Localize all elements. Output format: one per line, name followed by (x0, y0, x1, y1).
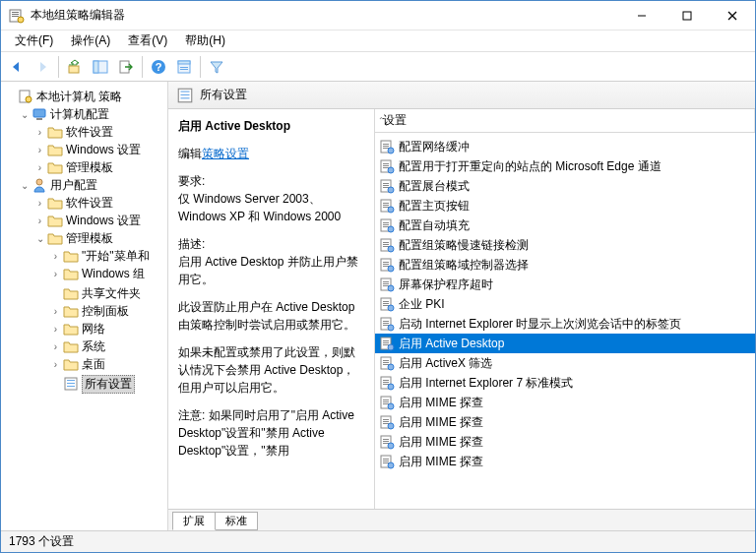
policy-item-icon (379, 178, 395, 194)
tree-desktop[interactable]: ›桌面 (1, 355, 167, 373)
list-row[interactable]: 配置展台模式 (375, 176, 755, 196)
svg-rect-115 (383, 462, 389, 463)
tree-system[interactable]: ›系统 (1, 338, 167, 355)
tree-user-windows[interactable]: ›Windows 设置 (1, 212, 167, 229)
tree-control-panel[interactable]: ›控制面板 (1, 302, 167, 320)
edit-policy-link[interactable]: 策略设置 (202, 147, 249, 160)
svg-rect-100 (383, 403, 389, 404)
tree-user-config[interactable]: ⌄用户配置 (1, 176, 167, 194)
tree-label: 共享文件夹 (82, 285, 141, 302)
policy-item-icon (379, 336, 395, 351)
chevron-down-icon[interactable]: ⌄ (32, 233, 47, 244)
tree-label: 软件设置 (66, 195, 113, 212)
folder-icon (63, 285, 79, 301)
chevron-right-icon[interactable]: › (48, 324, 63, 335)
menu-help[interactable]: 帮助(H) (181, 31, 229, 51)
list-row[interactable]: 配置网络缓冲 (375, 137, 755, 156)
tree-comp-software[interactable]: ›软件设置 (1, 123, 167, 141)
chevron-right-icon[interactable]: › (48, 359, 63, 370)
forward-button[interactable] (31, 55, 54, 79)
chevron-right-icon[interactable]: › (48, 251, 63, 262)
description-text-2: 此设置防止用户在 Active Desktop 由策略控制时尝试启用或禁用它。 (178, 298, 364, 334)
minimize-button[interactable] (619, 1, 664, 30)
list-row[interactable]: 启用 ActiveX 筛选 (375, 353, 755, 373)
svg-rect-39 (383, 165, 389, 166)
tab-standard[interactable]: 标准 (215, 512, 258, 530)
tree-label: 计算机配置 (50, 106, 109, 123)
list-row[interactable]: 启动 Internet Explorer 时显示上次浏览会话中的标签页 (375, 314, 755, 334)
svg-point-23 (36, 179, 42, 185)
tree-label: 系统 (82, 338, 105, 355)
svg-rect-44 (383, 185, 389, 186)
tree-shared-folders[interactable]: 共享文件夹 (1, 284, 167, 302)
chevron-down-icon[interactable]: ⌄ (17, 109, 32, 120)
chevron-right-icon[interactable]: › (48, 306, 63, 317)
list-header[interactable]: 设置 ⌃ (375, 109, 755, 133)
tree-user-admin[interactable]: ⌄管理模板 (1, 229, 167, 247)
help-button[interactable]: ? (147, 55, 170, 79)
export-button[interactable] (114, 55, 138, 79)
chevron-right-icon[interactable]: › (32, 215, 47, 226)
tree-computer-config[interactable]: ⌄计算机配置 (1, 105, 167, 123)
svg-rect-74 (383, 303, 389, 304)
properties-button[interactable] (172, 55, 196, 79)
list-row-label: 启用 MIME 探查 (399, 414, 483, 431)
svg-rect-9 (69, 66, 79, 73)
list-row[interactable]: 配置组策略慢速链接检测 (375, 235, 755, 255)
svg-rect-34 (383, 146, 389, 147)
chevron-right-icon[interactable]: › (32, 198, 47, 209)
svg-rect-83 (383, 340, 389, 341)
list-row[interactable]: 启用 Active Desktop (375, 334, 755, 353)
tab-extended[interactable]: 扩展 (172, 512, 216, 530)
list-row-label: 启用 MIME 探查 (399, 434, 483, 451)
list-row-label: 启用 MIME 探查 (399, 395, 483, 411)
chevron-right-icon[interactable]: › (32, 162, 47, 173)
tree-network[interactable]: ›网络 (1, 320, 167, 338)
list-row[interactable]: 企业 PKI (375, 294, 755, 314)
list-row[interactable]: 配置用于打开重定向的站点的 Microsoft Edge 通道 (375, 156, 755, 176)
menubar: 文件(F) 操作(A) 查看(V) 帮助(H) (1, 31, 755, 52)
up-button[interactable] (63, 55, 87, 79)
chevron-right-icon[interactable]: › (32, 145, 47, 155)
chevron-down-icon[interactable]: ⌄ (17, 180, 32, 191)
show-hide-tree-button[interactable] (89, 55, 112, 79)
list-row[interactable]: 启用 Internet Explorer 7 标准模式 (375, 373, 755, 393)
chevron-right-icon[interactable]: › (32, 127, 47, 138)
list-row[interactable]: 启用 MIME 探查 (375, 393, 755, 412)
list-pane[interactable]: 配置网络缓冲配置用于打开重定向的站点的 Microsoft Edge 通道配置展… (375, 133, 755, 509)
menu-file[interactable]: 文件(F) (11, 31, 57, 51)
tree-label: 所有设置 (82, 375, 135, 394)
tree-start-menu[interactable]: ›"开始"菜单和 (1, 247, 167, 265)
tree-user-software[interactable]: ›软件设置 (1, 194, 167, 212)
list-row[interactable]: 启用 MIME 探查 (375, 412, 755, 432)
maximize-button[interactable] (664, 1, 710, 30)
list-row[interactable]: 配置自动填充 (375, 215, 755, 235)
tree-windows-comp[interactable]: ›Windows 组 (1, 265, 167, 282)
list-row[interactable]: 启用 MIME 探查 (375, 452, 755, 471)
chevron-right-icon[interactable]: › (48, 341, 63, 352)
list-row[interactable]: 配置主页按钮 (375, 196, 755, 215)
filter-button[interactable] (205, 55, 228, 79)
svg-rect-94 (383, 382, 389, 383)
list-row[interactable]: 屏幕保护程序超时 (375, 275, 755, 294)
back-button[interactable] (5, 55, 29, 79)
tree-root[interactable]: 本地计算机 策略 (1, 88, 167, 105)
list-row-label: 屏幕保护程序超时 (399, 276, 493, 293)
tree-comp-windows[interactable]: ›Windows 设置 (1, 141, 167, 158)
list-row[interactable]: 配置组策略域控制器选择 (375, 255, 755, 275)
menu-action[interactable]: 操作(A) (67, 31, 114, 51)
description-text-3: 如果未配置或禁用了此设置，则默认情况下会禁用 Active Desktop，但用… (178, 343, 364, 397)
list-row[interactable]: 启用 MIME 探查 (375, 432, 755, 452)
column-setting[interactable]: 设置 ⌃ (375, 109, 755, 132)
edit-prefix: 编辑 (178, 147, 202, 160)
tree-comp-admin[interactable]: ›管理模板 (1, 158, 167, 176)
tree-all-settings[interactable]: 所有设置 (1, 375, 167, 393)
chevron-right-icon[interactable]: › (48, 269, 63, 279)
menu-view[interactable]: 查看(V) (124, 31, 171, 51)
right-pane: 所有设置 启用 Active Desktop 编辑策略设置 要求:仅 Windo… (168, 82, 755, 530)
policy-item-icon (379, 395, 395, 410)
statusbar-text: 1793 个设置 (9, 533, 74, 550)
tree-pane[interactable]: 本地计算机 策略 ⌄计算机配置 ›软件设置 ›Windows 设置 ›管理模板 … (1, 82, 168, 530)
close-button[interactable] (710, 1, 755, 30)
svg-point-86 (388, 344, 394, 350)
